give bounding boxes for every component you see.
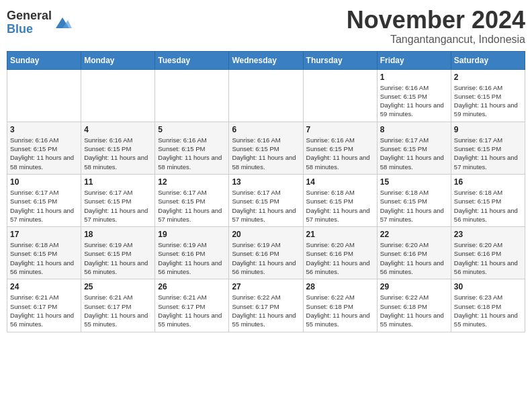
day-number: 4	[84, 125, 152, 134]
calendar-cell	[303, 69, 377, 122]
day-number: 19	[158, 230, 226, 239]
calendar-week-1: 1Sunrise: 6:16 AM Sunset: 6:15 PM Daylig…	[7, 69, 525, 122]
logo-general: General	[7, 9, 52, 23]
calendar-body: 1Sunrise: 6:16 AM Sunset: 6:15 PM Daylig…	[7, 69, 525, 332]
calendar-cell: 25Sunrise: 6:21 AM Sunset: 6:17 PM Dayli…	[81, 279, 155, 332]
calendar-cell: 16Sunrise: 6:18 AM Sunset: 6:15 PM Dayli…	[451, 174, 525, 226]
day-detail: Sunrise: 6:22 AM Sunset: 6:17 PM Dayligh…	[232, 293, 300, 328]
calendar-cell	[7, 69, 81, 122]
day-detail: Sunrise: 6:21 AM Sunset: 6:17 PM Dayligh…	[10, 293, 78, 328]
calendar-cell: 26Sunrise: 6:21 AM Sunset: 6:17 PM Dayli…	[155, 279, 229, 332]
day-detail: Sunrise: 6:17 AM Sunset: 6:15 PM Dayligh…	[454, 136, 522, 171]
title-section: November 2024 Tangantangancut, Indonesia	[347, 7, 525, 46]
day-number: 20	[232, 230, 300, 239]
calendar-cell: 22Sunrise: 6:20 AM Sunset: 6:16 PM Dayli…	[377, 227, 451, 279]
calendar-cell: 13Sunrise: 6:17 AM Sunset: 6:15 PM Dayli…	[229, 174, 303, 226]
calendar-cell	[81, 69, 155, 122]
calendar-cell	[229, 69, 303, 122]
day-detail: Sunrise: 6:19 AM Sunset: 6:16 PM Dayligh…	[158, 240, 226, 276]
calendar-cell: 21Sunrise: 6:20 AM Sunset: 6:16 PM Dayli…	[303, 227, 377, 279]
day-detail: Sunrise: 6:16 AM Sunset: 6:15 PM Dayligh…	[380, 83, 448, 119]
calendar-cell: 2Sunrise: 6:16 AM Sunset: 6:15 PM Daylig…	[451, 69, 525, 122]
day-detail: Sunrise: 6:18 AM Sunset: 6:15 PM Dayligh…	[454, 188, 522, 224]
day-number: 28	[306, 282, 374, 291]
calendar-cell: 7Sunrise: 6:16 AM Sunset: 6:15 PM Daylig…	[303, 122, 377, 174]
day-detail: Sunrise: 6:17 AM Sunset: 6:15 PM Dayligh…	[158, 188, 226, 224]
day-number: 25	[84, 282, 152, 291]
day-number: 7	[306, 125, 374, 134]
logo-blue: Blue	[7, 23, 52, 36]
day-detail: Sunrise: 6:21 AM Sunset: 6:17 PM Dayligh…	[84, 293, 152, 328]
weekday-header-wednesday: Wednesday	[229, 51, 303, 69]
day-detail: Sunrise: 6:20 AM Sunset: 6:16 PM Dayligh…	[454, 240, 522, 276]
day-number: 26	[158, 282, 226, 291]
day-number: 24	[10, 282, 78, 291]
day-number: 29	[380, 282, 448, 291]
day-detail: Sunrise: 6:20 AM Sunset: 6:16 PM Dayligh…	[306, 240, 374, 276]
day-number: 18	[84, 230, 152, 239]
day-number: 21	[306, 230, 374, 239]
calendar-cell: 30Sunrise: 6:23 AM Sunset: 6:18 PM Dayli…	[451, 279, 525, 332]
calendar-cell: 3Sunrise: 6:16 AM Sunset: 6:15 PM Daylig…	[7, 122, 81, 174]
calendar-cell: 11Sunrise: 6:17 AM Sunset: 6:15 PM Dayli…	[81, 174, 155, 226]
day-detail: Sunrise: 6:23 AM Sunset: 6:18 PM Dayligh…	[454, 293, 522, 328]
day-detail: Sunrise: 6:17 AM Sunset: 6:15 PM Dayligh…	[232, 188, 300, 224]
weekday-header-friday: Friday	[377, 51, 451, 69]
calendar-cell: 19Sunrise: 6:19 AM Sunset: 6:16 PM Dayli…	[155, 227, 229, 279]
calendar-cell: 29Sunrise: 6:22 AM Sunset: 6:18 PM Dayli…	[377, 279, 451, 332]
calendar-cell: 10Sunrise: 6:17 AM Sunset: 6:15 PM Dayli…	[7, 174, 81, 226]
calendar-cell: 24Sunrise: 6:21 AM Sunset: 6:17 PM Dayli…	[7, 279, 81, 332]
logo: General Blue	[7, 7, 72, 36]
day-detail: Sunrise: 6:20 AM Sunset: 6:16 PM Dayligh…	[380, 240, 448, 276]
day-detail: Sunrise: 6:16 AM Sunset: 6:15 PM Dayligh…	[84, 136, 152, 171]
day-number: 8	[380, 125, 448, 134]
calendar-week-5: 24Sunrise: 6:21 AM Sunset: 6:17 PM Dayli…	[7, 279, 525, 332]
day-number: 17	[10, 230, 78, 239]
day-number: 27	[232, 282, 300, 291]
day-number: 11	[84, 177, 152, 187]
day-number: 12	[158, 177, 226, 187]
day-detail: Sunrise: 6:17 AM Sunset: 6:15 PM Dayligh…	[10, 188, 78, 224]
day-detail: Sunrise: 6:17 AM Sunset: 6:15 PM Dayligh…	[380, 136, 448, 171]
weekday-header-saturday: Saturday	[451, 51, 525, 69]
weekday-header-monday: Monday	[81, 51, 155, 69]
day-number: 16	[454, 177, 522, 187]
day-number: 10	[10, 177, 78, 187]
day-detail: Sunrise: 6:19 AM Sunset: 6:15 PM Dayligh…	[84, 240, 152, 276]
day-number: 22	[380, 230, 448, 239]
calendar-cell: 23Sunrise: 6:20 AM Sunset: 6:16 PM Dayli…	[451, 227, 525, 279]
day-detail: Sunrise: 6:18 AM Sunset: 6:15 PM Dayligh…	[380, 188, 448, 224]
calendar-cell	[155, 69, 229, 122]
day-detail: Sunrise: 6:17 AM Sunset: 6:15 PM Dayligh…	[84, 188, 152, 224]
weekday-header-tuesday: Tuesday	[155, 51, 229, 69]
day-number: 2	[454, 73, 522, 82]
logo-container: General Blue	[7, 9, 72, 36]
logo-icon	[53, 13, 72, 32]
calendar-cell: 14Sunrise: 6:18 AM Sunset: 6:15 PM Dayli…	[303, 174, 377, 226]
calendar-cell: 6Sunrise: 6:16 AM Sunset: 6:15 PM Daylig…	[229, 122, 303, 174]
location-subtitle: Tangantangancut, Indonesia	[347, 34, 525, 46]
weekday-header-thursday: Thursday	[303, 51, 377, 69]
day-number: 14	[306, 177, 374, 187]
calendar-week-3: 10Sunrise: 6:17 AM Sunset: 6:15 PM Dayli…	[7, 174, 525, 226]
day-detail: Sunrise: 6:21 AM Sunset: 6:17 PM Dayligh…	[158, 293, 226, 328]
day-detail: Sunrise: 6:16 AM Sunset: 6:15 PM Dayligh…	[306, 136, 374, 171]
day-detail: Sunrise: 6:18 AM Sunset: 6:15 PM Dayligh…	[10, 240, 78, 276]
weekday-header-row: SundayMondayTuesdayWednesdayThursdayFrid…	[7, 51, 525, 69]
day-number: 23	[454, 230, 522, 239]
calendar-header: SundayMondayTuesdayWednesdayThursdayFrid…	[7, 51, 525, 69]
day-number: 15	[380, 177, 448, 187]
month-title: November 2024	[347, 7, 525, 34]
calendar-cell: 28Sunrise: 6:22 AM Sunset: 6:18 PM Dayli…	[303, 279, 377, 332]
calendar-cell: 8Sunrise: 6:17 AM Sunset: 6:15 PM Daylig…	[377, 122, 451, 174]
day-detail: Sunrise: 6:22 AM Sunset: 6:18 PM Dayligh…	[380, 293, 448, 328]
calendar-cell: 15Sunrise: 6:18 AM Sunset: 6:15 PM Dayli…	[377, 174, 451, 226]
day-number: 13	[232, 177, 300, 187]
day-detail: Sunrise: 6:22 AM Sunset: 6:18 PM Dayligh…	[306, 293, 374, 328]
day-number: 30	[454, 282, 522, 291]
day-detail: Sunrise: 6:16 AM Sunset: 6:15 PM Dayligh…	[232, 136, 300, 171]
day-number: 3	[10, 125, 78, 134]
calendar-week-4: 17Sunrise: 6:18 AM Sunset: 6:15 PM Dayli…	[7, 227, 525, 279]
logo-text: General Blue	[7, 9, 52, 36]
weekday-header-sunday: Sunday	[7, 51, 81, 69]
